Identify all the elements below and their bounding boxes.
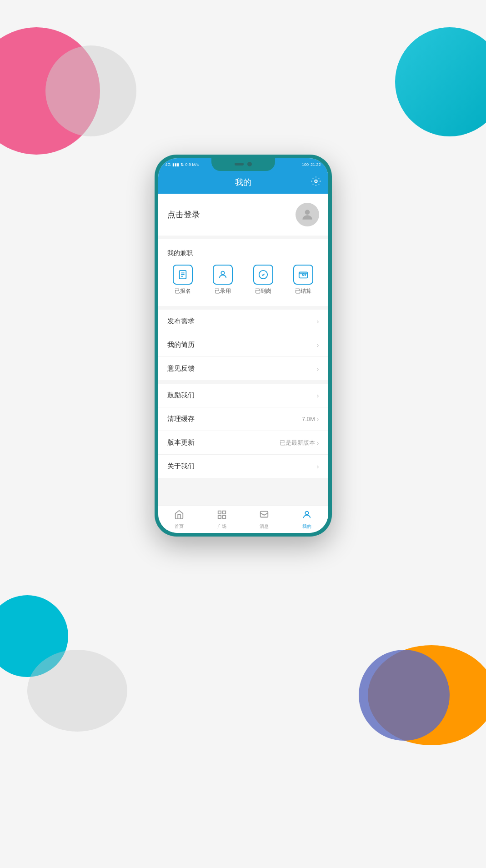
plaza-icon: [217, 510, 227, 522]
settings-button[interactable]: [311, 176, 321, 189]
messages-icon: [259, 510, 269, 522]
settled-icon: [293, 265, 313, 285]
notch-camera: [247, 162, 252, 166]
svg-point-0: [315, 180, 317, 183]
menu-publish-label: 发布需求: [167, 317, 195, 326]
home-icon: [174, 510, 184, 522]
menu-section: 发布需求 › 我的简历 › 意见反馈 ›: [158, 310, 328, 380]
menu-publish-right: ›: [317, 318, 319, 325]
signal-4g: 4G: [165, 162, 171, 167]
menu-encourage-right: ›: [317, 392, 319, 399]
signal-bars: ▮▮▮: [172, 162, 179, 167]
parttime-applied[interactable]: 已报名: [173, 265, 193, 295]
chevron-icon: ›: [317, 463, 319, 470]
app-content: 点击登录 我的兼职: [158, 194, 328, 506]
bg-circle-cyan-left: [0, 595, 68, 677]
bg-circle-gray-top: [45, 45, 136, 136]
menu-publish[interactable]: 发布需求 ›: [158, 310, 328, 333]
mine-icon: [302, 510, 312, 522]
page-title: 我的: [235, 177, 251, 188]
chevron-icon: ›: [317, 341, 319, 349]
menu-update-label: 版本更新: [167, 438, 195, 447]
wifi-icon: ⇅: [180, 162, 184, 167]
bg-circle-blue: [359, 650, 450, 741]
svg-rect-10: [218, 511, 221, 513]
arrived-icon: [253, 265, 273, 285]
svg-point-6: [221, 271, 225, 275]
parttime-hired[interactable]: 已录用: [213, 265, 233, 295]
nav-home-label: 首页: [175, 523, 184, 530]
arrived-label: 已到岗: [255, 287, 271, 295]
nav-home[interactable]: 首页: [158, 507, 201, 532]
menu-feedback[interactable]: 意见反馈 ›: [158, 357, 328, 380]
svg-point-15: [305, 511, 308, 514]
chevron-icon: ›: [317, 416, 319, 423]
phone-frame: 4G ▮▮▮ ⇅ 0.9 M/s 100 21:22 我的: [155, 155, 332, 537]
avatar: [296, 203, 319, 226]
hired-label: 已录用: [215, 287, 231, 295]
bg-circle-teal-top: [395, 27, 486, 136]
parttime-icons-row: 已报名 已录用: [158, 261, 328, 299]
bg-circle-pink: [0, 27, 100, 155]
menu-resume-right: ›: [317, 341, 319, 349]
svg-point-1: [305, 210, 310, 215]
menu-feedback-label: 意见反馈: [167, 364, 195, 373]
chevron-icon: ›: [317, 365, 319, 372]
nav-mine[interactable]: 我的: [286, 507, 328, 532]
cache-size: 7.0M: [302, 416, 315, 422]
phone-notch: [211, 158, 275, 171]
nav-messages-label: 消息: [260, 523, 269, 530]
hired-icon: [213, 265, 233, 285]
login-section[interactable]: 点击登录: [158, 194, 328, 236]
bg-circle-gray-bottom: [27, 650, 127, 732]
notch-sensor: [235, 163, 244, 166]
time-display: 21:22: [311, 162, 321, 167]
bg-circle-orange: [368, 645, 486, 745]
nav-plaza[interactable]: 广场: [200, 507, 243, 532]
login-text: 点击登录: [167, 209, 200, 220]
speed-indicator: 0.9 M/s: [185, 162, 199, 167]
parttime-section: 我的兼职 已报名: [158, 239, 328, 306]
menu-about-right: ›: [317, 463, 319, 470]
nav-messages[interactable]: 消息: [243, 507, 286, 532]
app-header: 我的: [158, 171, 328, 194]
phone-screen: 4G ▮▮▮ ⇅ 0.9 M/s 100 21:22 我的: [158, 158, 328, 533]
menu-cache[interactable]: 清理缓存 7.0M ›: [158, 407, 328, 431]
menu-update[interactable]: 版本更新 已是最新版本 ›: [158, 431, 328, 455]
nav-plaza-label: 广场: [217, 523, 226, 530]
menu-resume[interactable]: 我的简历 ›: [158, 333, 328, 357]
menu-encourage-label: 鼓励我们: [167, 391, 195, 400]
menu-cache-right: 7.0M ›: [302, 416, 319, 423]
parttime-label: 我的兼职: [158, 243, 328, 261]
svg-rect-12: [218, 515, 221, 518]
menu-about-label: 关于我们: [167, 462, 195, 471]
status-right: 100 21:22: [302, 162, 321, 167]
applied-label: 已报名: [175, 287, 191, 295]
chevron-icon: ›: [317, 392, 319, 399]
menu-update-right: 已是最新版本 ›: [280, 439, 319, 447]
bottom-nav: 首页 广场: [158, 506, 328, 533]
update-status: 已是最新版本: [280, 439, 315, 447]
battery-indicator: 100: [302, 162, 309, 167]
menu-feedback-right: ›: [317, 365, 319, 372]
chevron-icon: ›: [317, 318, 319, 325]
menu-about[interactable]: 关于我们 ›: [158, 455, 328, 478]
menu-encourage[interactable]: 鼓励我们 ›: [158, 384, 328, 407]
svg-rect-11: [223, 511, 225, 513]
svg-rect-13: [223, 515, 225, 518]
parttime-settled[interactable]: 已结算: [293, 265, 313, 295]
settled-label: 已结算: [295, 287, 311, 295]
status-left: 4G ▮▮▮ ⇅ 0.9 M/s: [165, 162, 199, 167]
svg-rect-14: [261, 511, 268, 517]
menu-cache-label: 清理缓存: [167, 415, 195, 423]
chevron-icon: ›: [317, 439, 319, 447]
menu-resume-label: 我的简历: [167, 341, 195, 349]
applied-icon: [173, 265, 193, 285]
menu-section-2: 鼓励我们 › 清理缓存 7.0M › 版本更新: [158, 384, 328, 478]
nav-mine-label: 我的: [302, 523, 311, 530]
phone-container: 4G ▮▮▮ ⇅ 0.9 M/s 100 21:22 我的: [155, 155, 332, 537]
parttime-arrived[interactable]: 已到岗: [253, 265, 273, 295]
